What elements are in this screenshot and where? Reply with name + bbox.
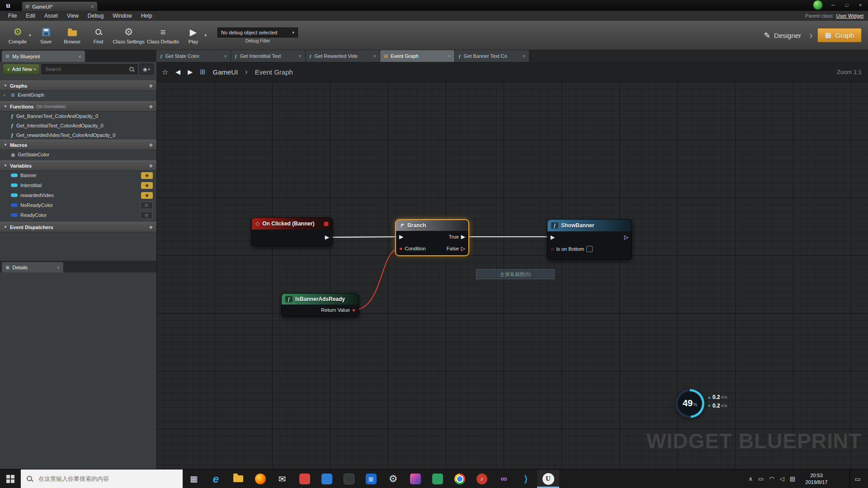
tab-close-icon[interactable]: × [523, 53, 525, 59]
bookmark-star-icon[interactable]: ☆ [162, 68, 168, 76]
blueprint-search[interactable] [42, 64, 137, 74]
visibility-badge[interactable]: ◉ [141, 172, 153, 179]
functions-section-header[interactable]: ▼ Functions (36 Overridable) + [0, 101, 156, 112]
tab-get-banner-text[interactable]: ƒ Get Banner Text Co × [455, 50, 529, 62]
exec-in-pin[interactable]: ▶ [399, 234, 403, 239]
visibility-badge[interactable]: ◎ [140, 202, 153, 209]
tab-get-state-color[interactable]: ƒ Get State Color × [156, 50, 231, 62]
details-tab-close-icon[interactable]: × [57, 265, 60, 270]
macros-section-header[interactable]: ▼ Macros + [0, 140, 156, 150]
menu-view[interactable]: View [62, 11, 83, 21]
menu-asset[interactable]: Asset [40, 11, 62, 21]
expand-icon[interactable]: ▼ [4, 84, 7, 88]
netspeed-tray-icon[interactable] [813, 0, 823, 10]
windows-search-input[interactable] [38, 475, 177, 483]
add-macro-button[interactable]: + [149, 141, 153, 149]
reader-icon[interactable] [316, 469, 338, 488]
variable-row-readycolor[interactable]: ReadyColor ◎ [0, 211, 156, 220]
start-button[interactable] [0, 469, 21, 488]
compile-options-caret[interactable]: ▾ [29, 33, 31, 38]
menu-help[interactable]: Help [137, 11, 157, 21]
my-blueprint-tab-close-icon[interactable]: × [79, 54, 81, 59]
netease-music-icon[interactable]: ♪ [471, 469, 493, 488]
class-settings-button[interactable]: ⚙ Class Settings [112, 22, 146, 48]
expand-icon[interactable]: ▼ [4, 143, 7, 147]
play-options-caret[interactable]: ▾ [205, 33, 207, 38]
class-defaults-button[interactable]: ≡ Class Defaults [146, 22, 180, 48]
asset-tab-close-icon[interactable]: × [91, 4, 94, 10]
net-speed-monitor[interactable]: 49 % [675, 389, 704, 418]
settings-icon[interactable]: ⚙ [382, 469, 404, 488]
return-value-pin[interactable]: ● [352, 307, 355, 313]
visual-studio-icon[interactable]: ∞ [493, 469, 515, 488]
tab-event-graph[interactable]: ⊞ Event Graph × [380, 50, 455, 62]
graphs-section-header[interactable]: ▼ Graphs + [0, 80, 156, 91]
variable-row-banner[interactable]: Banner ◉ [0, 171, 156, 180]
variable-row-rewardedvideo[interactable]: rewardedVideo ◉ [0, 191, 156, 200]
expand-icon[interactable]: ▼ [4, 104, 7, 108]
variable-row-interstitial[interactable]: Interstitial ◉ [0, 181, 156, 190]
debug-object-select[interactable]: No debug object selected ▾ [217, 28, 298, 38]
browse-button[interactable]: Browse [59, 22, 85, 48]
add-variable-button[interactable]: + [149, 162, 153, 169]
visibility-filter-button[interactable]: ◉ ▾ [139, 64, 154, 75]
is-on-bottom-checkbox[interactable] [586, 246, 593, 252]
play-button[interactable]: ▶ Play [180, 22, 207, 48]
tab-close-icon[interactable]: × [299, 53, 302, 59]
exec-in-pin[interactable]: ▶ [551, 235, 555, 240]
tab-close-icon[interactable]: × [448, 53, 451, 59]
breadcrumb-root[interactable]: GameUI [212, 68, 238, 76]
add-event-dispatcher-button[interactable]: + [149, 224, 153, 231]
chrome-icon[interactable] [448, 469, 471, 488]
edge-icon[interactable]: e [205, 469, 227, 488]
netease-mail-icon[interactable] [293, 469, 316, 488]
event-dispatchers-section-header[interactable]: ▼ Event Dispatchers + [0, 222, 156, 232]
expand-icon[interactable]: ▼ [4, 164, 7, 168]
exec-wire-onclicked-to-branch[interactable] [328, 237, 400, 237]
photos-icon[interactable]: ▦ [360, 469, 382, 488]
tab-my-blueprint[interactable]: ⊞ My Blueprint × [2, 51, 85, 62]
unreal-engine-icon[interactable]: U [537, 469, 559, 488]
windows-search-box[interactable] [21, 469, 183, 488]
tab-close-icon[interactable]: × [224, 53, 227, 59]
breadcrumb-current[interactable]: Event Graph [255, 68, 293, 76]
add-graph-button[interactable]: + [149, 82, 153, 89]
function-item[interactable]: ƒ Get_rewardedVideoText_ColorAndOpacity_… [0, 131, 156, 140]
tab-get-rewarded-video[interactable]: ƒ Get Rewarded Vide × [306, 50, 380, 62]
tray-expand-icon[interactable]: ∧ [749, 475, 753, 482]
asset-window-tab[interactable]: ⊞ GameUI* × [22, 1, 98, 11]
exec-out-pin[interactable]: ▶ [325, 235, 329, 240]
graph-item-eventgraph[interactable]: ▹ ⊞ EventGraph [0, 90, 156, 99]
minimize-button[interactable]: ─ [826, 0, 840, 9]
compile-button[interactable]: ⚙ Compile [5, 22, 31, 48]
tray-volume-icon[interactable]: ◁ [780, 475, 784, 482]
visibility-badge[interactable]: ◉ [141, 192, 153, 199]
variable-row-noreadycolor[interactable]: NoReadyColor ◎ [0, 201, 156, 210]
task-view-icon[interactable]: ▦ [183, 469, 205, 488]
find-button[interactable]: Find [85, 22, 112, 48]
taskbar-clock[interactable]: 20:53 2019/8/17 [801, 472, 832, 485]
add-new-button[interactable]: + Add New ▾ [3, 64, 40, 75]
node-branch[interactable]: ↱ Branch ▶ True ▶ ● Condition False ▷ [395, 219, 469, 256]
expand-icon[interactable]: ▼ [4, 225, 7, 229]
maximize-button[interactable]: □ [840, 0, 854, 9]
file-explorer-icon[interactable] [227, 469, 249, 488]
variables-section-header[interactable]: ▼ Variables + [0, 160, 156, 171]
close-button[interactable]: × [854, 0, 867, 9]
is-on-bottom-pin[interactable]: ○ [551, 246, 554, 252]
tab-details[interactable]: ▣ Details × [2, 262, 63, 272]
graph-mode-button[interactable]: ▦ Graph [817, 28, 862, 42]
menu-debug[interactable]: Debug [83, 11, 108, 21]
menu-window[interactable]: Window [108, 11, 137, 21]
paint-3d-icon[interactable] [404, 469, 426, 488]
event-graph-canvas[interactable]: ◇ On Clicked (Banner) ▶ ↱ Branch ▶ True … [156, 82, 868, 469]
macro-item[interactable]: ▣ GetStateColor [0, 150, 156, 159]
action-center-icon[interactable]: ▭ [849, 469, 865, 488]
condition-wire-returnvalue-to-branch[interactable] [354, 249, 400, 310]
nav-forward-icon[interactable]: ▶ [188, 68, 193, 75]
firefox-icon[interactable] [249, 469, 271, 488]
tray-ime-icon[interactable]: ▤ [790, 475, 795, 482]
row-expand-icon[interactable]: ▹ [4, 93, 6, 97]
true-exec-pin[interactable]: ▶ [461, 234, 465, 239]
function-item[interactable]: ƒ Get_InterstitialText_ColorAndOpacity_0 [0, 121, 156, 130]
